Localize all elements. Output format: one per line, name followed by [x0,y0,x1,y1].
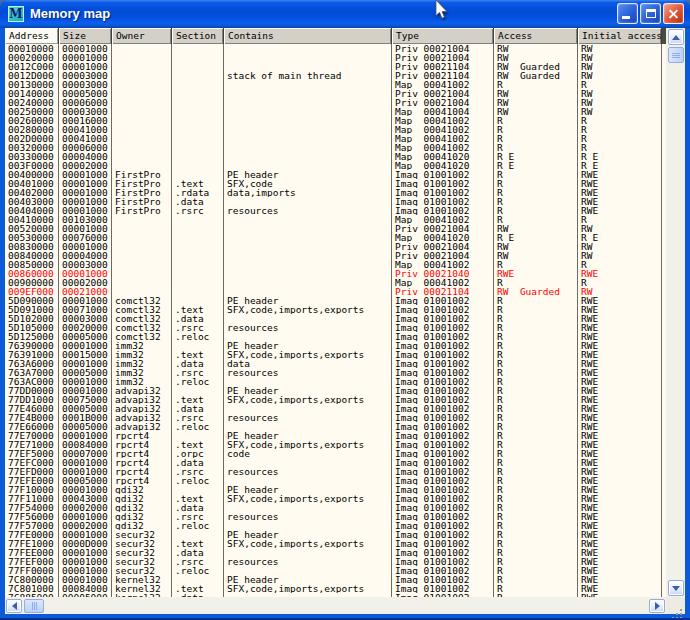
horizontal-scrollbar[interactable] [5,597,666,614]
column-header-initial-access[interactable]: Initial access [578,28,662,44]
table-row[interactable]: 77F5700000002000gdi32.relocImag 01001002… [5,521,666,530]
horizontal-scrollbar-thumb[interactable] [24,599,44,613]
table-row[interactable]: 5D09000000001000comctl32PE headerImag 01… [5,296,666,305]
table-row[interactable]: 0090000000002000Map 00041002RR [5,278,666,287]
cell: 00280000 [5,125,59,134]
table-row[interactable]: 763A600000001000imm32.datadataImag 01001… [5,359,666,368]
table-row[interactable]: 77FF000000001000secur32.relocImag 010010… [5,566,666,575]
close-button[interactable] [663,3,684,24]
table-row[interactable]: 77DD000000001000advapi32PE headerImag 01… [5,386,666,395]
table-row[interactable]: 77F1000000001000gdi32PE headerImag 01001… [5,485,666,494]
table-row[interactable]: 7C80000000001000kernel32PE headerImag 01… [5,575,666,584]
table-row[interactable]: 77F1100000043000gdi32.textSFX,code,impor… [5,494,666,503]
window-icon[interactable]: M [8,6,24,22]
table-row[interactable]: 77EF500000007000rpcrt4.orpccodeImag 0100… [5,449,666,458]
table-row[interactable]: 77FEF00000001000secur32.rsrcresourcesIma… [5,557,666,566]
column-header-address[interactable]: Address [5,28,59,44]
cell: RWE [578,512,662,521]
cell [224,152,392,161]
table-row[interactable]: 7639100000015000imm32.textSFX,code,impor… [5,350,666,359]
cell: 00840000 [5,251,59,260]
table-row[interactable]: 009EF00000021000Priv 00021104RW GuardedR… [5,287,666,296]
table-row[interactable]: 0033000000004000Map 00041020R ER E [5,152,666,161]
column-header-owner[interactable]: Owner [112,28,172,44]
cell [172,233,224,242]
table-row[interactable]: 5D09100000071000comctl32.textSFX,code,im… [5,305,666,314]
table-row[interactable]: 77FE000000001000secur32PE headerImag 010… [5,530,666,539]
table-row[interactable]: 0026000000016000Map 00041002RR [5,116,666,125]
table-row[interactable]: 77E4B0000001B000advapi32.rsrcresourcesIm… [5,413,666,422]
table-row[interactable]: 0053000000076000Map 00041020R ER E [5,233,666,242]
cell [172,431,224,440]
table-row[interactable]: 7639000000001000imm32PE headerImag 01001… [5,341,666,350]
table-row[interactable]: 0002000000001000Priv 00021004RWRW [5,53,666,62]
table-row[interactable]: 0032000000006000Map 00041002RR [5,143,666,152]
scroll-up-button[interactable] [668,29,684,45]
scroll-left-button[interactable] [6,599,22,613]
cell: Priv 00021004 [392,98,494,107]
table-row[interactable]: 77EFE00000005000rpcrt4.relocImag 0100100… [5,476,666,485]
table-row[interactable]: 77F5600000001000gdi32.rsrcresourcesImag … [5,512,666,521]
cell: R [494,458,578,467]
table-row[interactable]: 0025000000003000Map 00041004RWRW [5,107,666,116]
cell: 77F11000 [5,494,59,503]
table-row[interactable]: 77F5400000002000gdi32.dataImag 01001002R… [5,503,666,512]
table-row[interactable]: 0085000000003000Map 00041002RR [5,260,666,269]
table-row[interactable]: 0041000000103000Map 00041002RR [5,215,666,224]
vertical-scrollbar-thumb[interactable] [668,47,684,63]
table-row[interactable]: 0040400000001000FirstPro.rsrcresourcesIm… [5,206,666,215]
cell: PE header [224,485,392,494]
maximize-button[interactable] [640,3,661,24]
table-row[interactable]: 003F000000002000Map 00041020R ER E [5,161,666,170]
table-row[interactable]: 77DD100000075000advapi32.textSFX,code,im… [5,395,666,404]
table-row[interactable]: 0014000000005000Priv 00021004RWRW [5,89,666,98]
scroll-right-button[interactable] [649,599,665,613]
table-row[interactable]: 0086000000001000Priv 00021040RWERWE [5,269,666,278]
table-row[interactable]: 0040200000001000FirstPro.rdatadata,impor… [5,188,666,197]
scroll-down-button[interactable] [668,580,684,596]
table-row[interactable]: 77EFC00000001000rpcrt4.dataImag 01001002… [5,458,666,467]
table-row[interactable]: 0052000000001000Priv 00021004RWRW [5,224,666,233]
cell: 77EF5000 [5,449,59,458]
table-row[interactable]: 763A700000005000imm32.rsrcresourcesImag … [5,368,666,377]
cell: gdi32 [112,485,172,494]
minimize-button[interactable] [617,3,638,24]
table-row[interactable]: 77E6600000005000advapi32.relocImag 01001… [5,422,666,431]
cell [112,242,172,251]
table-row[interactable]: 77E4600000005000advapi32.dataImag 010010… [5,404,666,413]
column-header-size[interactable]: Size [59,28,112,44]
table-row[interactable]: 0040300000001000FirstPro.dataImag 010010… [5,197,666,206]
table-row[interactable]: 5D12500000005000comctl32.relocImag 01001… [5,332,666,341]
cell: 00130000 [5,80,59,89]
vertical-scrollbar[interactable] [666,28,685,597]
table-row[interactable]: 0012C00000001000Priv 00021104RW GuardedR… [5,62,666,71]
cell: R [494,359,578,368]
table-row[interactable]: 0013000000003000Map 00041002RR [5,80,666,89]
table-row[interactable]: 0024000000006000Priv 00021004RWRW [5,98,666,107]
resize-grip[interactable] [666,597,685,614]
cell: 76390000 [5,341,59,350]
table-row[interactable]: 0040100000001000FirstPro.textSFX,codeIma… [5,179,666,188]
title-bar[interactable]: M Memory map [0,0,690,28]
table-row[interactable]: 0012D00000003000stack of main threadPriv… [5,71,666,80]
column-header-access[interactable]: Access [494,28,578,44]
table-row[interactable]: 0001000000001000Priv 00021004RWRW [5,44,666,53]
column-header-section[interactable]: Section [172,28,224,44]
table-row[interactable]: 77FE10000000D000secur32.textSFX,code,imp… [5,539,666,548]
table-row[interactable]: 7C80100000084000kernel32.textSFX,code,im… [5,584,666,593]
cell: 00084000 [59,440,112,449]
table-row[interactable]: 0084000000004000Priv 00021004RWRW [5,251,666,260]
table-row[interactable]: 763AC00000001000imm32.relocImag 01001002… [5,377,666,386]
table-row[interactable]: 002D000000041000Map 00041002RR [5,134,666,143]
column-header-contains[interactable]: Contains [224,28,392,44]
table-row[interactable]: 5D10500000020000comctl32.rsrcresourcesIm… [5,323,666,332]
table-row[interactable]: 77EFD00000001000rpcrt4.rsrcresourcesImag… [5,467,666,476]
table-row[interactable]: 0028000000041000Map 00041002RR [5,125,666,134]
table-row[interactable]: 0083000000001000Priv 00021004RWRW [5,242,666,251]
table-row[interactable]: 5D10200000003000comctl32.dataImag 010010… [5,314,666,323]
table-row[interactable]: 0040000000001000FirstProPE headerImag 01… [5,170,666,179]
table-row[interactable]: 77E7000000001000rpcrt4PE headerImag 0100… [5,431,666,440]
table-row[interactable]: 77FEE00000001000secur32.dataImag 0100100… [5,548,666,557]
column-header-type[interactable]: Type [392,28,494,44]
table-row[interactable]: 77E7100000084000rpcrt4.textSFX,code,impo… [5,440,666,449]
